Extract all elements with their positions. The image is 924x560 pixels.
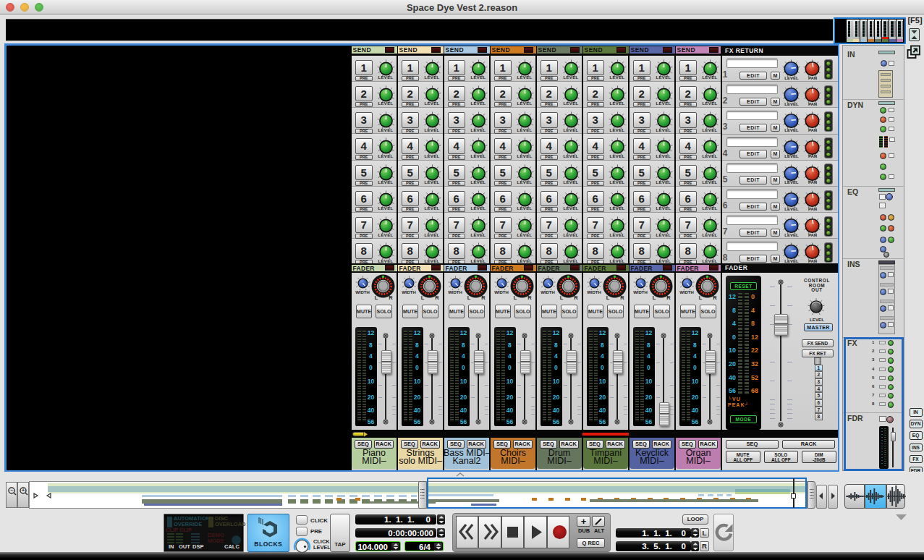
svg-text:+: + [21,488,24,493]
svg-text:−: − [9,488,12,493]
